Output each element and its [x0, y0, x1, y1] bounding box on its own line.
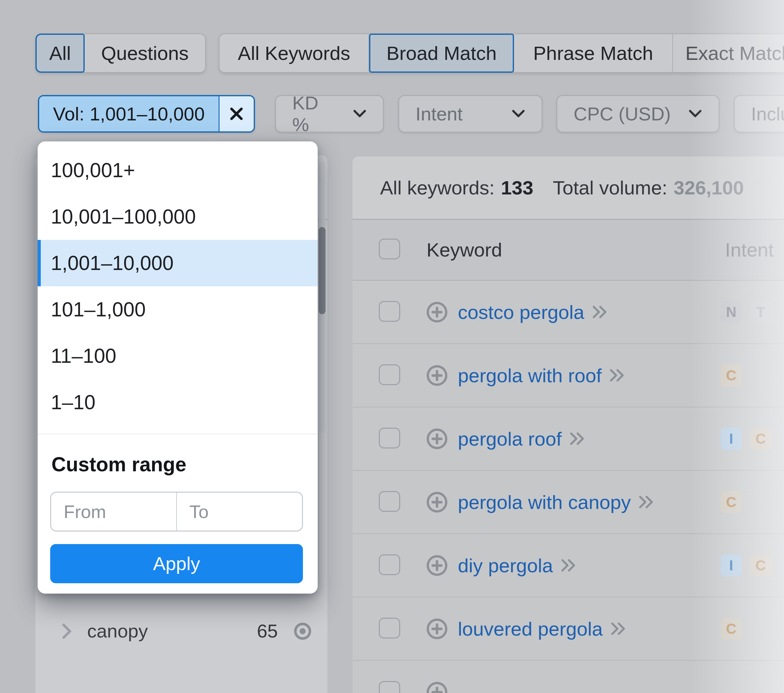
open-keyword-icon[interactable] — [569, 431, 587, 446]
intent-badge-t: T — [750, 301, 771, 323]
filter-chip-label: Intent — [415, 103, 463, 125]
custom-range-from-input[interactable] — [50, 492, 176, 532]
all-keywords-value: 133 — [501, 176, 533, 199]
sidebar-group-label: canopy — [87, 613, 148, 649]
sidebar-scrollbar-thumb[interactable] — [319, 227, 326, 314]
keyword-link[interactable]: pergola with roof — [458, 364, 601, 387]
select-all-checkbox[interactable] — [379, 239, 400, 259]
volume-filter-clear-button[interactable] — [219, 96, 254, 132]
intent-badges: IC — [721, 554, 771, 577]
chevron-down-icon — [512, 109, 525, 119]
close-icon — [228, 105, 245, 122]
column-header-intent: Intent — [725, 220, 774, 280]
add-keyword-icon[interactable] — [425, 491, 449, 514]
table-row — [352, 661, 784, 693]
keyword-link[interactable]: pergola roof — [458, 428, 562, 450]
intent-badge-c: C — [750, 554, 771, 577]
table-header: Keyword Intent — [352, 220, 784, 281]
column-header-keyword: Keyword — [427, 220, 502, 280]
row-checkbox[interactable] — [379, 618, 400, 639]
volume-option-101-1-000[interactable]: 101–1,000 — [38, 286, 318, 333]
volume-option-1-10[interactable]: 1–10 — [38, 379, 318, 426]
table-row: costco pergolaNT — [352, 281, 784, 344]
intent-badge-c: C — [721, 491, 742, 513]
chevron-right-icon — [61, 623, 72, 639]
custom-range-inputs — [50, 492, 303, 532]
open-keyword-icon[interactable] — [592, 304, 609, 320]
total-volume-label: Total volume: — [553, 176, 667, 199]
intent-badge-c: C — [721, 364, 742, 387]
custom-range-to-input[interactable] — [176, 492, 303, 532]
keyword-cell: costco pergola — [458, 281, 609, 343]
intent-badges: C — [721, 491, 742, 513]
intent-badge-c: C — [750, 427, 771, 450]
apply-button[interactable]: Apply — [50, 544, 303, 583]
keyword-link[interactable]: pergola with canopy — [458, 491, 631, 513]
table-row: pergola roofIC — [352, 407, 784, 471]
volume-option-10-001-100-000[interactable]: 10,001–100,000 — [38, 193, 318, 240]
intent-badge-n: N — [721, 301, 742, 323]
volume-filter-chip[interactable]: Vol: 1,001–10,000 — [38, 95, 255, 133]
open-keyword-icon[interactable] — [638, 494, 656, 510]
eye-icon[interactable] — [292, 621, 313, 642]
tab-broad-match[interactable]: Broad Match — [369, 33, 514, 73]
all-keywords-label: All keywords: — [380, 176, 494, 199]
volume-filter-label: Vol: 1,001–10,000 — [39, 96, 219, 132]
add-keyword-icon[interactable] — [425, 300, 449, 324]
tab-group-match-type: All KeywordsBroad MatchPhrase MatchExact… — [219, 33, 784, 73]
add-keyword-icon[interactable] — [425, 364, 449, 387]
intent-badges: IC — [721, 427, 771, 450]
row-checkbox[interactable] — [379, 555, 400, 575]
sidebar-group-count: 65 — [257, 613, 278, 649]
volume-option-11-100[interactable]: 11–100 — [38, 333, 318, 379]
keyword-link[interactable]: louvered pergola — [458, 618, 603, 640]
filter-chip-cpc-usd-[interactable]: CPC (USD) — [556, 95, 720, 133]
filter-chip-intent[interactable]: Intent — [398, 95, 542, 133]
tab-phrase-match[interactable]: Phrase Match — [514, 34, 673, 72]
keyword-cell: louvered pergola — [458, 598, 628, 660]
keyword-cell: pergola with roof — [458, 344, 627, 407]
row-checkbox[interactable] — [379, 364, 400, 385]
tab-group-question-filter: AllQuestions — [35, 33, 206, 73]
intent-badge-i: I — [721, 427, 742, 450]
sidebar-group-canopy[interactable]: canopy 65 — [35, 613, 328, 649]
table-row: pergola with roofC — [352, 344, 784, 407]
filter-chip-include[interactable]: Include — [734, 95, 784, 133]
tab-exact-match[interactable]: Exact Match — [673, 34, 784, 72]
filter-chip-label: Include — [751, 103, 784, 125]
intent-badges: NT — [721, 301, 771, 323]
add-keyword-icon[interactable] — [425, 680, 449, 693]
total-volume-value: 326,100 — [674, 176, 744, 199]
keyword-link[interactable]: costco pergola — [458, 301, 584, 323]
row-checkbox[interactable] — [379, 681, 400, 693]
add-keyword-icon[interactable] — [425, 617, 449, 640]
chevron-down-icon — [353, 109, 367, 119]
tab-all-keywords[interactable]: All Keywords — [219, 34, 369, 72]
custom-range-title: Custom range — [51, 453, 186, 476]
filter-chip-label: KD % — [292, 92, 338, 135]
keyword-cell: pergola roof — [458, 407, 587, 470]
filter-chip-label: CPC (USD) — [573, 103, 671, 125]
tab-questions[interactable]: Questions — [85, 34, 205, 72]
volume-option-1-001-10-000[interactable]: 1,001–10,000 — [38, 240, 318, 286]
row-checkbox[interactable] — [379, 301, 400, 322]
results-table-card: All keywords: 133 Total volume: 326,100 … — [352, 156, 784, 693]
row-checkbox[interactable] — [379, 428, 400, 448]
add-keyword-icon[interactable] — [425, 427, 449, 451]
volume-filter-dropdown: 100,001+10,001–100,0001,001–10,000101–1,… — [38, 142, 318, 594]
open-keyword-icon[interactable] — [610, 621, 628, 637]
row-checkbox[interactable] — [379, 491, 400, 512]
intent-badge-i: I — [721, 554, 742, 577]
open-keyword-icon[interactable] — [609, 367, 627, 383]
open-keyword-icon[interactable] — [560, 558, 578, 573]
add-keyword-icon[interactable] — [425, 554, 449, 577]
chevron-down-icon — [688, 109, 702, 119]
volume-option-100-001+[interactable]: 100,001+ — [38, 147, 318, 193]
tab-all[interactable]: All — [35, 33, 85, 73]
intent-badges: C — [721, 364, 742, 387]
keyword-link[interactable]: diy pergola — [458, 555, 553, 577]
results-summary-bar: All keywords: 133 Total volume: 326,100 — [352, 156, 784, 220]
table-row: diy pergolaIC — [352, 534, 784, 598]
filter-chip-kd-[interactable]: KD % — [275, 95, 384, 133]
dropdown-divider — [38, 434, 318, 434]
